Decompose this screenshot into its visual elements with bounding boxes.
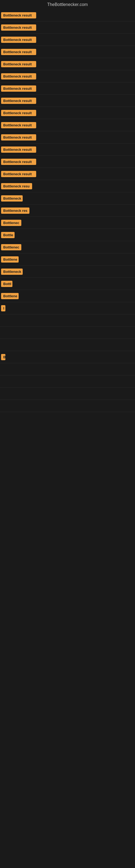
list-item: Bottlene (0, 253, 135, 266)
list-item: Bottleneck result (0, 58, 135, 70)
list-item: Bottleneck (0, 266, 135, 278)
bottleneck-result-badge[interactable]: Bottleneck resu (1, 183, 32, 189)
bottleneck-result-badge[interactable]: Bottleneck result (1, 86, 36, 92)
list-item: Bottleneck result (0, 168, 135, 180)
bottleneck-result-badge[interactable]: Bottleneck result (1, 24, 36, 31)
bottleneck-result-badge[interactable]: Bottlenec (1, 244, 21, 250)
bottleneck-result-badge[interactable]: Bottleneck result (1, 147, 36, 153)
bottleneck-result-badge[interactable]: Bottleneck result (1, 61, 36, 67)
bottleneck-result-badge[interactable]: Bottlene (1, 293, 18, 299)
list-item (0, 388, 135, 400)
list-item: Bottleneck result (0, 9, 135, 22)
list-item (0, 400, 135, 412)
list-item: Bottl (0, 278, 135, 290)
bottleneck-result-badge[interactable]: Bottleneck result (1, 110, 36, 116)
bottleneck-result-badge[interactable]: Bottleneck result (1, 12, 36, 19)
list-item: Bottlenec (0, 241, 135, 253)
list-item: Bottle (0, 229, 135, 241)
list-item: B (0, 351, 135, 363)
list-item (0, 327, 135, 339)
list-item: Bottleneck result (0, 83, 135, 95)
list-item: Bottleneck result (0, 34, 135, 46)
bottleneck-result-badge[interactable]: Bottlene (1, 256, 18, 262)
list-item: Bottleneck resu (0, 180, 135, 192)
list-item: I (0, 302, 135, 314)
list-item: Bottleneck result (0, 156, 135, 168)
list-item (0, 363, 135, 375)
list-item: Bottlenec (0, 217, 135, 229)
list-item (0, 314, 135, 327)
bottleneck-result-badge[interactable]: Bottleneck result (1, 73, 36, 80)
bottleneck-result-badge[interactable]: Bottle (1, 232, 14, 238)
bottleneck-result-badge[interactable]: Bottleneck (1, 195, 23, 202)
list-item: Bottleneck result (0, 22, 135, 34)
bottleneck-result-badge[interactable]: Bottleneck result (1, 134, 36, 141)
bottleneck-result-badge[interactable]: Bottl (1, 281, 12, 287)
bottleneck-result-badge[interactable]: Bottleneck result (1, 37, 36, 43)
list-item: Bottleneck result (0, 95, 135, 107)
bottleneck-result-badge[interactable]: Bottleneck (1, 269, 23, 275)
bottleneck-result-badge[interactable]: Bottleneck result (1, 98, 36, 104)
list-item (0, 339, 135, 351)
list-item: Bottleneck result (0, 46, 135, 58)
list-item: Bottleneck result (0, 144, 135, 156)
list-item: Bottleneck result (0, 107, 135, 119)
bottleneck-result-badge[interactable]: Bottleneck result (1, 49, 36, 55)
list-item: Bottleneck res (0, 205, 135, 217)
list-item (0, 375, 135, 388)
list-item: Bottleneck result (0, 70, 135, 83)
bottleneck-result-badge[interactable]: Bottlenec (1, 220, 21, 226)
bottleneck-result-badge[interactable]: Bottleneck result (1, 159, 36, 165)
site-title: TheBottlenecker.com (0, 0, 135, 9)
bottleneck-result-badge[interactable]: B (1, 354, 5, 360)
list-item: Bottleneck result (0, 131, 135, 144)
list-item: Bottleneck (0, 192, 135, 205)
list-item: Bottlene (0, 290, 135, 302)
bottleneck-result-badge[interactable]: Bottleneck result (1, 122, 36, 128)
bottleneck-result-badge[interactable]: Bottleneck result (1, 171, 36, 177)
bottleneck-result-badge[interactable]: Bottleneck res (1, 208, 30, 214)
bottleneck-result-badge[interactable]: I (1, 305, 5, 311)
list-item: Bottleneck result (0, 119, 135, 131)
